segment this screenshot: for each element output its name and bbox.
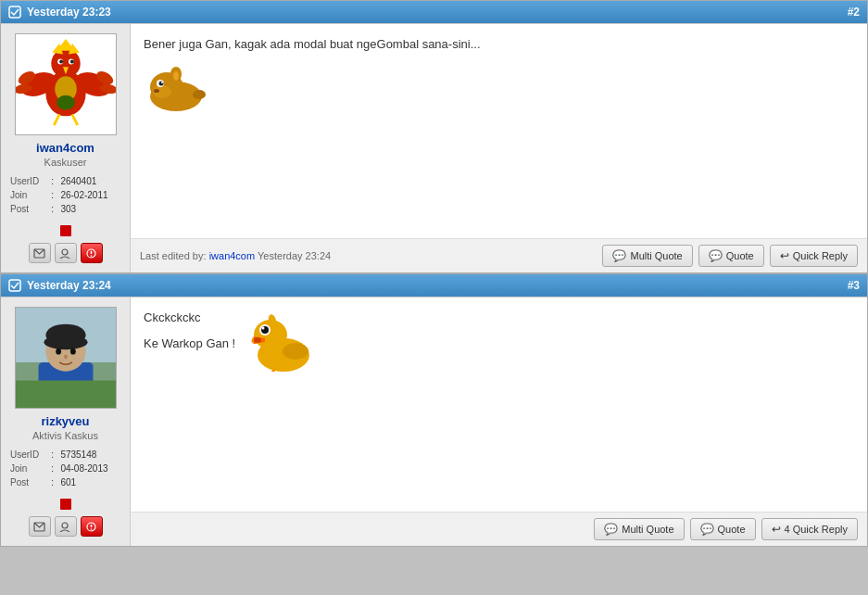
last-edited-user-link-2[interactable]: iwan4com	[209, 250, 256, 261]
send-message-button-2[interactable]	[29, 243, 51, 263]
multi-quote-button-2[interactable]: 💬 Multi Quote	[602, 245, 692, 267]
post-action-buttons-2: 💬 Multi Quote 💬 Quote ↩ Quick Reply	[602, 245, 858, 267]
post-action-buttons-3: 💬 Multi Quote 💬 Quote ↩ 4 Quick Reply	[594, 518, 858, 540]
post-message-2: Bener juga Gan, kagak ada modal buat nge…	[131, 24, 867, 238]
user-panel-3: rizkyveu Aktivis Kaskus UserID : 5735148…	[1, 298, 131, 546]
svg-rect-37	[9, 280, 20, 291]
multi-quote-icon-2: 💬	[612, 249, 626, 262]
userid-value-3: 5735148	[60, 449, 120, 461]
user-avatar-3	[15, 307, 117, 409]
svg-point-52	[91, 528, 93, 530]
svg-point-31	[159, 81, 164, 85]
quote-button-3[interactable]: 💬 Quote	[690, 518, 756, 540]
post-2: Yesterday 23:23 #2	[0, 0, 868, 273]
user-title-3: Aktivis Kaskus	[32, 430, 98, 441]
post-text-line1-3: Ckckckckc	[144, 309, 235, 327]
post-value-2: 303	[60, 203, 120, 215]
last-edited-2: Last edited by: iwan4com Yesterday 23:24	[140, 250, 331, 261]
reputation-bar-2	[60, 225, 71, 236]
svg-rect-0	[9, 6, 20, 18]
post-header-left-2: Yesterday 23:23	[8, 6, 111, 19]
post-header-3: Yesterday 23:24 #3	[1, 274, 867, 297]
quick-reply-button-3[interactable]: ↩ 4 Quick Reply	[761, 518, 858, 540]
svg-point-55	[283, 343, 308, 360]
svg-point-45	[69, 348, 75, 355]
svg-point-46	[64, 355, 68, 360]
svg-point-23	[62, 249, 68, 255]
checkbox-icon-2	[8, 6, 21, 19]
quote-button-2[interactable]: 💬 Quote	[698, 245, 764, 267]
svg-rect-47	[16, 381, 116, 408]
avatar-photo-svg	[16, 308, 116, 408]
post-text-line2-3: Ke Warkop Gan !	[144, 335, 235, 353]
post-body-2: iwan4com Kaskuser UserID : 2640401 Join …	[1, 23, 867, 272]
userid-label-3: UserID	[10, 449, 46, 461]
username-3: rizkyveu	[41, 414, 89, 428]
send-message-button-3[interactable]	[29, 516, 51, 537]
multi-quote-button-3[interactable]: 💬 Multi Quote	[594, 518, 684, 540]
join-label-3: Join	[10, 462, 46, 475]
post-message-inner-3: Ckckckckc Ke Warkop Gan !	[144, 309, 854, 377]
post-number-3: #3	[848, 279, 860, 292]
user-action-icons-2	[29, 243, 103, 263]
svg-point-59	[254, 337, 261, 343]
avatar-garuda-svg	[16, 34, 116, 134]
post-number-2: #2	[848, 6, 860, 19]
post-message-3: Ckckckckc Ke Warkop Gan !	[131, 298, 867, 512]
post-header-left-3: Yesterday 23:24	[8, 279, 111, 292]
post-timestamp-2: Yesterday 23:23	[27, 6, 111, 19]
add-friend-button-3[interactable]	[55, 516, 77, 537]
reputation-bar-3	[60, 499, 71, 510]
post-sticker-3	[245, 309, 314, 377]
svg-point-16	[69, 59, 73, 63]
last-edited-prefix-2: Last edited by:	[140, 250, 207, 261]
post-text-block-3: Ckckckckc Ke Warkop Gan !	[144, 309, 235, 360]
svg-point-44	[56, 348, 61, 355]
add-friend-button-2[interactable]	[55, 243, 77, 263]
user-panel-2: iwan4com Kaskuser UserID : 2640401 Join …	[1, 24, 131, 272]
quick-reply-button-2[interactable]: ↩ Quick Reply	[770, 245, 858, 267]
last-edited-time-2: Yesterday 23:24	[258, 250, 331, 261]
quote-icon-2: 💬	[709, 249, 723, 262]
user-avatar-2	[15, 33, 117, 135]
post-label-3: Post	[10, 476, 46, 488]
userid-value-2: 2640401	[60, 175, 120, 187]
user-info-2: UserID : 2640401 Join : 26-02-2011 Post …	[8, 173, 122, 217]
report-button-2[interactable]	[81, 243, 103, 263]
post-footer-2: Last edited by: iwan4com Yesterday 23:24…	[131, 238, 867, 272]
svg-point-34	[173, 71, 179, 81]
svg-point-35	[154, 89, 159, 93]
post-footer-3: 💬 Multi Quote 💬 Quote ↩ 4 Quick Reply	[131, 512, 867, 546]
post-header-2: Yesterday 23:23 #2	[1, 1, 867, 23]
username-2: iwan4com	[36, 141, 94, 155]
checkbox-icon-3	[8, 279, 21, 292]
post-sticker-2	[144, 61, 854, 118]
svg-point-26	[91, 255, 93, 257]
user-action-icons-3	[29, 516, 103, 537]
quick-reply-icon-3: ↩	[772, 523, 781, 536]
svg-point-43	[44, 335, 87, 349]
svg-point-58	[262, 327, 265, 330]
svg-point-49	[62, 523, 68, 528]
svg-point-19	[57, 95, 75, 110]
quick-reply-icon-2: ↩	[780, 249, 789, 262]
post-text-2: Bener juga Gan, kagak ada modal buat nge…	[144, 35, 854, 54]
userid-label-2: UserID	[10, 175, 46, 187]
svg-point-15	[59, 59, 63, 63]
user-info-3: UserID : 5735148 Join : 04-08-2013 Post …	[8, 447, 122, 490]
join-label-2: Join	[10, 189, 46, 201]
post-body-3: rizkyveu Aktivis Kaskus UserID : 5735148…	[1, 297, 867, 546]
report-button-3[interactable]	[81, 516, 103, 537]
multi-quote-icon-3: 💬	[604, 523, 618, 536]
post-content-2: Bener juga Gan, kagak ada modal buat nge…	[131, 24, 867, 272]
post-value-3: 601	[60, 476, 120, 488]
svg-point-36	[193, 90, 206, 99]
user-title-2: Kaskuser	[44, 157, 87, 168]
join-value-2: 26-02-2011	[60, 189, 120, 201]
join-value-3: 04-08-2013	[60, 462, 120, 475]
post-label-2: Post	[10, 203, 46, 215]
post-content-3: Ckckckckc Ke Warkop Gan !	[131, 298, 867, 546]
post-3: Yesterday 23:24 #3	[0, 273, 868, 547]
post-timestamp-3: Yesterday 23:24	[27, 279, 111, 292]
quote-icon-3: 💬	[700, 523, 714, 536]
